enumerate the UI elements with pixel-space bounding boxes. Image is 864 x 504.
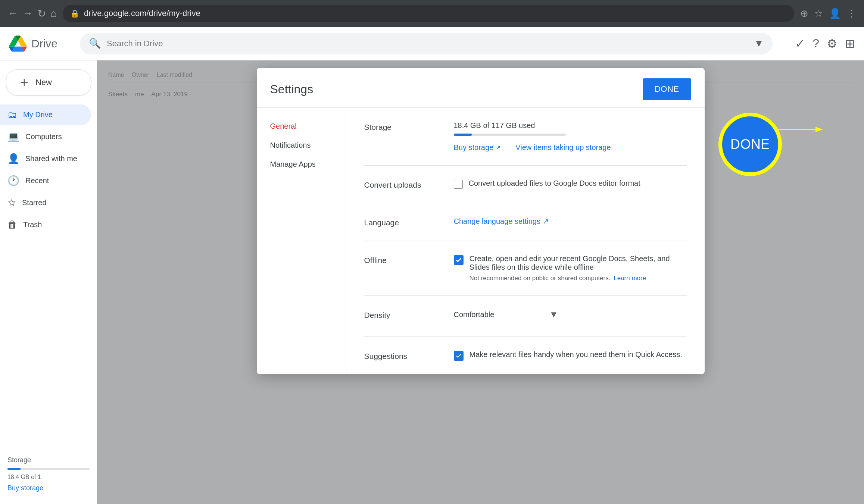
storage-label: Storage [364,121,439,132]
sidebar-item-label: Computers [25,132,62,141]
menu-icon[interactable]: ⋮ [847,8,857,19]
offline-label: Offline [364,254,439,265]
new-button[interactable]: New [6,69,91,96]
suggestions-checkbox[interactable] [454,351,464,361]
offline-checkbox-row: Create, open and edit your recent Google… [454,254,687,282]
grid-icon[interactable]: ⊞ [845,37,855,51]
sidebar-item-trash[interactable]: 🗑 Trash [0,215,91,235]
settings-body: General Notifications Manage Apps Storag… [257,108,705,374]
language-link-text: Change language settings [454,217,540,226]
storage-bar-bg [7,468,90,470]
bookmark-icon[interactable]: ☆ [814,8,823,19]
shared-icon: 👤 [7,153,19,165]
forward-icon[interactable]: → [22,7,33,19]
settings-nav-general[interactable]: General [257,117,346,136]
search-dropdown-icon[interactable]: ▼ [754,38,764,49]
buy-storage-link[interactable]: Buy storage ↗ [454,143,501,152]
suggestions-label: Suggestions [364,350,439,361]
settings-content: Storage 18.4 GB of 117 GB used Buy stora… [346,108,705,374]
settings-row-language: Language Change language settings ↗ [364,203,687,241]
sidebar: New 🗂 My Drive 💻 Computers 👤 Shared with… [0,60,97,504]
check-circle-icon[interactable]: ✓ [795,37,805,51]
back-icon[interactable]: ← [7,7,18,19]
search-icon: 🔍 [89,38,101,49]
learn-more-link[interactable]: Learn more [614,275,646,282]
storage-links: Buy storage ↗ View items taking up stora… [454,143,687,152]
language-ext-icon: ↗ [543,217,549,226]
main-layout: New 🗂 My Drive 💻 Computers 👤 Shared with… [0,60,864,504]
svg-marker-1 [815,127,823,132]
settings-row-offline: Offline Create, open an [364,241,687,296]
reload-icon[interactable]: ↻ [37,7,46,20]
home-icon[interactable]: ⌂ [50,7,57,19]
help-icon[interactable]: ? [812,37,819,50]
sidebar-item-my-drive[interactable]: 🗂 My Drive [0,104,91,125]
checkmark-icon [455,257,462,263]
view-storage-link[interactable]: View items taking up storage [515,143,611,152]
offline-checkbox[interactable] [454,255,464,265]
sidebar-item-computers[interactable]: 💻 Computers [0,126,91,147]
sidebar-item-recent[interactable]: 🕐 Recent [0,170,91,191]
sidebar-item-label: Starred [22,198,47,207]
sidebar-storage: Storage 18.4 GB of 1 Buy storage [0,450,97,498]
settings-nav-manage-apps[interactable]: Manage Apps [257,155,346,174]
settings-row-suggestions: Suggestions Make relevant files handy wh… [364,337,687,374]
browser-nav-icons: ← → ↻ ⌂ [7,7,57,20]
convert-checkbox-label: Convert uploaded files to Google Docs ed… [469,179,640,188]
done-button-header[interactable]: DONE [643,78,691,100]
trash-icon: 🗑 [7,219,17,231]
density-dropdown-icon: ▼ [549,309,558,320]
drive-header: Drive 🔍 ▼ ✓ ? ⚙ ⊞ [0,27,864,60]
profile-icon[interactable]: 👤 [829,8,841,19]
drive-logo-icon [9,35,27,53]
suggestions-content: Make relevant files handy when you need … [454,350,687,361]
buy-storage-link-sidebar[interactable]: Buy storage [7,484,43,492]
suggestions-checkbox-label: Make relevant files handy when you need … [470,350,682,359]
settings-dialog: Settings DONE General Notifications Mana… [257,68,705,374]
sidebar-item-starred[interactable]: ☆ Starred [0,192,91,213]
density-dropdown[interactable]: Comfortable ▼ [454,309,558,323]
buy-storage-text: Buy storage [454,143,494,152]
storage-text-sidebar: 18.4 GB of 1 [7,474,90,480]
language-content: Change language settings ↗ [454,217,687,226]
settings-title: Settings [270,82,314,96]
my-drive-icon: 🗂 [7,109,17,120]
external-link-icon: ↗ [496,144,500,151]
sidebar-item-label: Trash [23,220,42,229]
starred-icon: ☆ [7,197,16,209]
new-button-label: New [35,78,52,87]
settings-nav: General Notifications Manage Apps [257,108,346,374]
main-content: NameOwnerLast modified Skeets me Apr 13,… [97,60,864,504]
done-circle-annotation: DONE [718,113,782,176]
convert-checkbox[interactable] [454,180,463,189]
drive-logo: Drive [9,35,57,53]
browser-bar: ← → ↻ ⌂ 🔒 drive.google.com/drive/my-driv… [0,0,864,27]
done-circle: DONE [718,113,782,176]
header-right: ✓ ? ⚙ ⊞ [795,37,855,51]
view-storage-text: View items taking up storage [515,143,611,152]
settings-nav-notifications[interactable]: Notifications [257,136,346,155]
language-label: Language [364,217,439,227]
convert-content: Convert uploaded files to Google Docs ed… [454,179,687,189]
convert-checkbox-row: Convert uploaded files to Google Docs ed… [454,179,687,189]
settings-row-storage: Storage 18.4 GB of 117 GB used Buy stora… [364,108,687,166]
url-text: drive.google.com/drive/my-drive [84,9,200,18]
offline-sublabel: Not recommended on public or shared comp… [470,275,687,282]
settings-icon[interactable]: ⚙ [827,37,838,51]
storage-used-text: 18.4 GB of 117 GB used [454,121,687,130]
density-content: Comfortable ▼ [454,309,687,323]
recent-icon: 🕐 [7,175,19,187]
sidebar-item-label: Shared with me [25,154,77,163]
storage-progress-bg [454,134,566,136]
suggestions-checkbox-row: Make relevant files handy when you need … [454,350,687,361]
search-bar[interactable]: 🔍 ▼ [80,33,773,54]
add-tab-icon[interactable]: ⊕ [800,8,808,19]
search-input[interactable] [107,39,748,48]
sidebar-item-shared[interactable]: 👤 Shared with me [0,148,91,169]
storage-label-sidebar: Storage [7,456,90,464]
change-language-link[interactable]: Change language settings ↗ [454,217,687,226]
settings-header: Settings DONE [257,68,705,108]
address-bar[interactable]: 🔒 drive.google.com/drive/my-drive [63,5,794,22]
storage-progress-fill [454,134,472,136]
settings-row-density: Density Comfortable ▼ [364,296,687,337]
